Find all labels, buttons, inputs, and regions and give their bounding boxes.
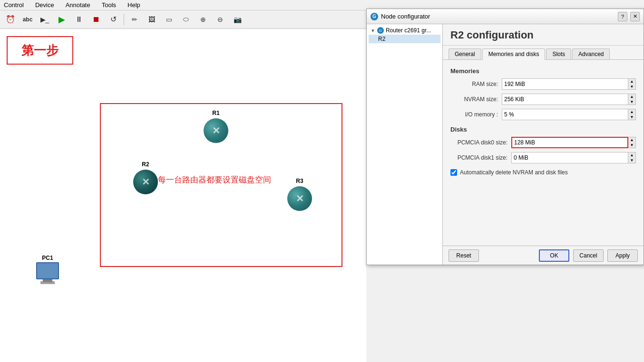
toolbar-pause[interactable]: ⏸ (71, 12, 87, 27)
ram-input-wrap: ▲ ▼ (502, 78, 636, 90)
tree-parent-item[interactable]: ▼ G Router c2691 gr... (369, 26, 440, 35)
ram-label: RAM size: (450, 81, 498, 87)
menu-control[interactable]: Control (2, 0, 26, 10)
router-r1[interactable]: R1 (204, 110, 228, 143)
cancel-button[interactable]: Cancel (573, 249, 604, 262)
nvram-label: NVRAM size: (450, 96, 498, 103)
pc1-label: PC1 (42, 255, 53, 261)
io-label: I/O memory : (450, 111, 498, 118)
nvram-row: NVRAM size: ▲ ▼ (450, 94, 636, 105)
ram-up-icon[interactable]: ▲ (628, 79, 635, 84)
tab-memories[interactable]: Memories and disks (482, 48, 546, 60)
tree-node-icon: G (377, 27, 384, 34)
tabs-bar: General Memories and disks Slots Advance… (443, 46, 644, 60)
menu-annotate[interactable]: Annotate (64, 0, 92, 10)
tree-panel: ▼ G Router c2691 gr... R2 (367, 24, 443, 265)
annotation-text: 每一台路由器都要设置磁盘空间 (158, 174, 271, 185)
router-r2[interactable]: R2 (133, 161, 158, 194)
io-down-icon[interactable]: ▼ (628, 114, 635, 120)
router-r1-body (204, 118, 228, 143)
dialog-overlay: G Node configurator ? ✕ ▼ G Router c2691… (366, 0, 644, 362)
disk0-spinner[interactable]: ▲ ▼ (628, 137, 636, 148)
toolbar-sep1 (124, 14, 124, 25)
disk0-input[interactable] (511, 137, 628, 148)
auto-delete-label: Automatically delete NVRAM and disk file… (460, 169, 568, 176)
tree-arrow-icon: ▼ (371, 28, 375, 33)
config-panel: R2 configuration General Memories and di… (443, 24, 644, 246)
nvram-input[interactable] (502, 94, 628, 105)
io-row: I/O memory : ▲ ▼ (450, 109, 636, 120)
toolbar-image[interactable]: 🖼 (144, 12, 159, 27)
toolbar-edit[interactable]: ✏ (127, 12, 142, 27)
io-input-wrap: ▲ ▼ (502, 109, 636, 120)
dialog-help-button[interactable]: ? (618, 12, 627, 21)
nvram-up-icon[interactable]: ▲ (628, 94, 635, 99)
io-input[interactable] (502, 109, 628, 120)
disks-section: Disks PCMCIA disk0 size: ▲ ▼ PCMCIA di (450, 126, 636, 176)
toolbar-zoom-out[interactable]: ⊖ (213, 12, 228, 27)
disk1-row: PCMCIA disk1 size: ▲ ▼ (450, 152, 636, 163)
toolbar-play[interactable]: ▶ (54, 12, 69, 27)
dialog-close-button[interactable]: ✕ (630, 12, 640, 21)
toolbar-abc[interactable]: abc (20, 12, 35, 27)
config-content: Memories RAM size: ▲ ▼ NVRAM size: (443, 60, 644, 181)
disk0-up-icon[interactable]: ▲ (628, 137, 635, 143)
tab-advanced[interactable]: Advanced (572, 48, 610, 59)
disk1-up-icon[interactable]: ▲ (628, 152, 635, 158)
disk0-row: PCMCIA disk0 size: ▲ ▼ (450, 137, 636, 148)
toolbar-stop[interactable]: ⏹ (88, 12, 104, 27)
dialog-title-icon: G (371, 13, 378, 20)
toolbar-reload[interactable]: ↺ (106, 12, 121, 27)
disk0-down-icon[interactable]: ▼ (628, 143, 635, 148)
menu-help[interactable]: Help (126, 0, 142, 10)
main-canvas: 第一步 每一台路由器都要设置磁盘空间 R1 R2 R3 PC1 PC2 (0, 29, 366, 362)
router-r3[interactable]: R3 (287, 178, 312, 211)
toolbar-screenshot[interactable]: 📷 (230, 12, 245, 27)
ram-down-icon[interactable]: ▼ (628, 84, 635, 89)
disk1-label: PCMCIA disk1 size: (450, 154, 507, 161)
dialog-buttons: Reset OK Cancel Apply (443, 246, 644, 265)
menu-tools[interactable]: Tools (100, 0, 118, 10)
disk1-down-icon[interactable]: ▼ (628, 158, 635, 163)
toolbar-rect[interactable]: ▭ (161, 12, 176, 27)
memories-section-label: Memories (450, 67, 636, 75)
diagram-box: 每一台路由器都要设置磁盘空间 R1 R2 R3 (100, 103, 342, 267)
ok-button[interactable]: OK (539, 249, 569, 262)
config-title: R2 configuration (443, 24, 644, 46)
io-up-icon[interactable]: ▲ (628, 109, 635, 114)
node-configurator-dialog: G Node configurator ? ✕ ▼ G Router c2691… (366, 9, 644, 265)
nvram-input-wrap: ▲ ▼ (502, 94, 636, 105)
ram-input[interactable] (502, 78, 628, 90)
step-box: 第一步 (7, 36, 73, 65)
toolbar-terminal[interactable]: ▶_ (37, 12, 52, 27)
ram-spinner[interactable]: ▲ ▼ (628, 78, 636, 90)
ram-row: RAM size: ▲ ▼ (450, 78, 636, 90)
router-r2-body (133, 170, 158, 194)
toolbar-clock[interactable]: ⏰ (3, 12, 18, 27)
reset-button[interactable]: Reset (449, 249, 479, 262)
disk0-input-wrap: ▲ ▼ (511, 137, 636, 148)
disk1-spinner[interactable]: ▲ ▼ (628, 152, 636, 163)
pc1-monitor (36, 262, 59, 279)
nvram-down-icon[interactable]: ▼ (628, 99, 635, 105)
toolbar-ellipse[interactable]: ⬭ (178, 12, 194, 27)
disk1-input[interactable] (511, 152, 628, 163)
disk1-input-wrap: ▲ ▼ (511, 152, 636, 163)
dialog-title-text: Node configurator (381, 13, 615, 20)
menu-device[interactable]: Device (33, 0, 56, 10)
router-r3-label: R3 (296, 178, 303, 184)
tab-slots[interactable]: Slots (546, 48, 571, 59)
apply-button[interactable]: Apply (607, 249, 638, 262)
step-label: 第一步 (21, 42, 59, 59)
tab-general[interactable]: General (449, 48, 481, 59)
auto-delete-row: Automatically delete NVRAM and disk file… (450, 169, 636, 176)
disk0-label: PCMCIA disk0 size: (450, 139, 507, 146)
tree-child-item[interactable]: R2 (369, 35, 440, 43)
toolbar-zoom-in[interactable]: ⊕ (195, 12, 211, 27)
io-spinner[interactable]: ▲ ▼ (628, 109, 636, 120)
auto-delete-checkbox[interactable] (450, 169, 457, 176)
router-r2-label: R2 (142, 161, 149, 168)
nvram-spinner[interactable]: ▲ ▼ (628, 94, 636, 105)
disks-section-label: Disks (450, 126, 636, 133)
pc1-icon[interactable]: PC1 (36, 255, 59, 284)
